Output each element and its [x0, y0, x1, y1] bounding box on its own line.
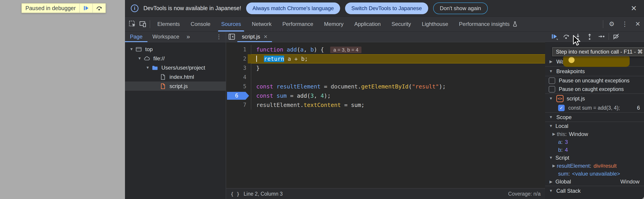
scope-var-b[interactable]: b:4	[545, 146, 644, 154]
breakpoints-section-label: Breakpoints	[556, 68, 585, 75]
tab-elements[interactable]: Elements	[152, 17, 185, 32]
scope-var-sum[interactable]: sum:<value unavailable>	[545, 170, 644, 178]
checkbox-unchecked[interactable]	[549, 86, 555, 93]
breakpoint-marker[interactable]: 6	[227, 92, 249, 100]
option-pause-on-uncaught-exceptions[interactable]: Pause on uncaught exceptions	[545, 76, 644, 85]
close-devtools-icon[interactable]: ✕	[632, 20, 644, 28]
code-line-6[interactable]: 6const sum = add(3, 4);	[226, 91, 545, 100]
line-number-5[interactable]: 5	[226, 82, 251, 91]
step-over-button[interactable]	[93, 4, 106, 13]
close-tab-icon[interactable]: ×	[264, 33, 267, 40]
line-number-4[interactable]: 4	[226, 73, 251, 82]
scope-var-this[interactable]: ▶this:Window	[545, 130, 644, 138]
scope-section-global[interactable]: ▶GlobalWindow	[545, 178, 644, 186]
scope-section-local[interactable]: ▼Local	[545, 122, 644, 130]
code-line-4[interactable]: 4	[226, 73, 545, 82]
code-text[interactable]: return a + b;	[251, 54, 545, 64]
code-line-1[interactable]: 1function add(a, b) {a = 3, b = 4	[226, 45, 545, 54]
resume-script-button[interactable]	[80, 4, 92, 13]
line-number-6[interactable]: 6	[226, 91, 251, 100]
step-over-button[interactable]	[560, 32, 572, 42]
script-file-icon: <>	[556, 95, 564, 102]
pretty-print-icon[interactable]: { }	[231, 191, 240, 197]
line-number-3[interactable]: 3	[226, 64, 251, 73]
always-match-language-button[interactable]: Always match Chrome's language	[246, 3, 340, 14]
code-text[interactable]	[251, 73, 545, 82]
paused-banner-label: Paused in debugger	[22, 4, 79, 13]
tab-application[interactable]: Application	[349, 17, 386, 32]
code-line-2[interactable]: 2 return a + b;	[226, 54, 545, 64]
chevron-right-icon: ▶	[549, 179, 553, 184]
scope-var-resultelement[interactable]: ▶resultElement:div#result	[545, 162, 644, 170]
tab-console[interactable]: Console	[185, 17, 216, 32]
code-text[interactable]: const sum = add(3, 4);	[251, 91, 545, 100]
editor-tab-filename: script.js	[242, 34, 260, 40]
tree-item-script-js[interactable]: script.js	[125, 82, 226, 91]
more-options-kebab-icon[interactable]: ⋮	[618, 20, 632, 28]
settings-gear-icon[interactable]: ⚙	[605, 20, 618, 28]
collapse-panel-icon	[228, 33, 236, 41]
chevron-down-icon: ▼	[549, 155, 553, 160]
code-text[interactable]: const resultElement = document.getElemen…	[251, 82, 545, 91]
resume-icon	[83, 5, 89, 11]
divider	[608, 33, 609, 40]
main-tab-bar: ElementsConsoleSourcesNetworkPerformance…	[125, 17, 644, 32]
chevron-right-icon: ▶	[551, 163, 557, 168]
more-tabs-icon[interactable]: »	[184, 33, 192, 40]
chevron-right-icon: ▶	[551, 132, 557, 136]
debugger-toolbar	[545, 32, 644, 42]
line-number-7[interactable]: 7	[226, 100, 251, 110]
tab-security[interactable]: Security	[386, 17, 416, 32]
line-number-1[interactable]: 1	[226, 45, 251, 54]
scope-var-a[interactable]: a:3	[545, 138, 644, 146]
code-area[interactable]: 1function add(a, b) {a = 3, b = 42 retur…	[226, 42, 545, 188]
switch-to-japanese-button[interactable]: Switch DevTools to Japanese	[345, 3, 428, 14]
code-text[interactable]: resultElement.textContent = sum;	[251, 100, 545, 110]
code-line-7[interactable]: 7resultElement.textContent = sum;	[226, 100, 545, 110]
tab-performance-insights[interactable]: Performance insights	[454, 17, 524, 32]
tab-network[interactable]: Network	[246, 17, 277, 32]
step-out-button[interactable]	[584, 32, 596, 42]
code-line-5[interactable]: 5const resultElement = document.getEleme…	[226, 82, 545, 91]
scope-section-script[interactable]: ▼Script	[545, 154, 644, 162]
frame-icon	[135, 46, 142, 53]
collapse-sidebar-button[interactable]	[226, 31, 237, 42]
resume-icon	[551, 33, 558, 40]
tab-lighthouse[interactable]: Lighthouse	[416, 17, 454, 32]
inspect-element-button[interactable]	[127, 19, 138, 29]
close-notification-icon[interactable]: ✕	[630, 4, 638, 13]
breakpoint-file-label: script.js	[567, 95, 585, 102]
toggle-device-toolbar-button[interactable]	[138, 19, 148, 29]
devtools-window: i DevTools is now available in Japanese!…	[125, 0, 644, 199]
tree-item-users-user-project[interactable]: ▼Users/user/project	[125, 63, 226, 72]
tree-item-file[interactable]: ▼file://	[125, 54, 226, 63]
checkbox-unchecked[interactable]	[549, 77, 555, 84]
breakpoint-file-group[interactable]: ▼ <> script.js	[545, 94, 644, 103]
code-text[interactable]: }	[251, 64, 545, 73]
browser-page-background: Paused in debugger	[0, 0, 125, 199]
chevron-down-icon: ▼	[549, 189, 553, 193]
tree-item-index-html[interactable]: index.html	[125, 72, 226, 82]
resume-script-execution-button[interactable]	[549, 32, 560, 42]
checkbox-checked[interactable]: ✓	[558, 105, 565, 111]
deactivate-breakpoints-button[interactable]	[610, 32, 622, 42]
navigator-sidebar: Page Workspace » ⋮ ▼top▼file://▼Users/us…	[125, 32, 226, 199]
section-call-stack[interactable]: ▼ Call Stack	[545, 186, 644, 196]
editor-tab-scriptjs[interactable]: script.js ×	[237, 31, 272, 42]
line-number-2[interactable]: 2	[226, 54, 251, 64]
section-scope[interactable]: ▼ Scope	[545, 113, 644, 122]
code-line-3[interactable]: 3}	[226, 64, 545, 73]
navigator-menu-kebab-icon[interactable]: ⋮	[212, 33, 226, 40]
breakpoint-entry[interactable]: ✓const sum = add(3, 4);6	[545, 103, 644, 112]
section-breakpoints[interactable]: ▼ Breakpoints	[545, 67, 644, 76]
option-pause-on-caught-exceptions[interactable]: Pause on caught exceptions	[545, 85, 644, 93]
tab-page[interactable]: Page	[125, 31, 148, 42]
tab-workspace[interactable]: Workspace	[148, 31, 184, 42]
tab-memory[interactable]: Memory	[319, 17, 349, 32]
tab-sources[interactable]: Sources	[216, 17, 246, 32]
step-button[interactable]	[596, 32, 607, 42]
code-text[interactable]: function add(a, b) {a = 3, b = 4	[251, 45, 545, 54]
dont-show-again-button[interactable]: Don't show again	[433, 3, 488, 14]
tree-item-top[interactable]: ▼top	[125, 45, 226, 54]
tab-performance[interactable]: Performance	[277, 17, 318, 32]
